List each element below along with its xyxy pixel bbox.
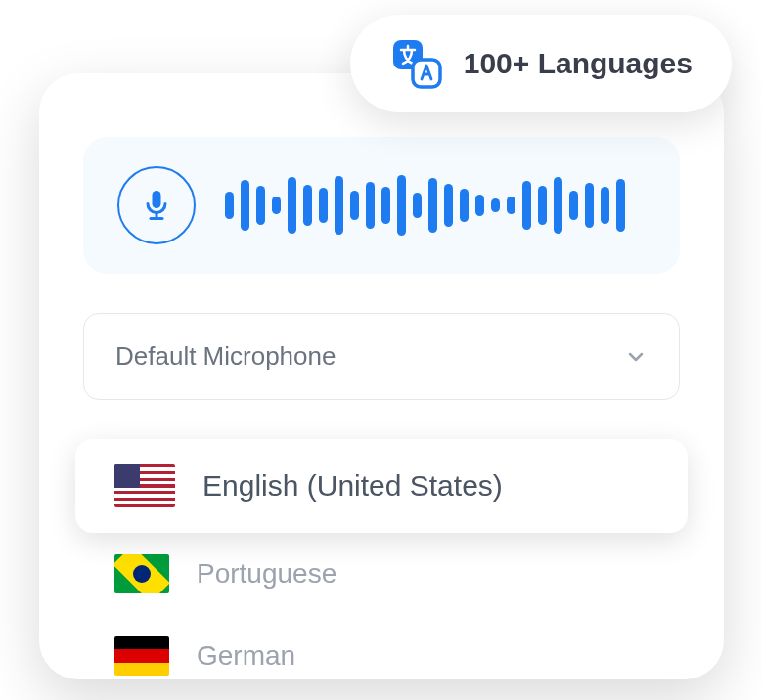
waveform-bar (366, 182, 375, 229)
audio-panel (83, 137, 680, 274)
waveform-bar (601, 187, 609, 224)
waveform-bar (288, 177, 296, 234)
flag-us-icon (114, 464, 175, 507)
language-item-portuguese[interactable]: Portuguese (83, 533, 680, 615)
waveform-bar (319, 188, 328, 223)
language-list: English (United States) Portuguese Germa… (83, 439, 680, 697)
waveform-bar (522, 181, 531, 230)
language-item-german[interactable]: German (83, 615, 680, 697)
waveform-bar (554, 177, 562, 234)
language-label: German (197, 640, 295, 672)
waveform-bar (460, 189, 469, 222)
language-label: Portuguese (197, 558, 336, 590)
languages-count-label: 100+ Languages (464, 47, 693, 80)
microphone-dropdown[interactable]: Default Microphone (83, 313, 680, 400)
language-item-english-us[interactable]: English (United States) (75, 439, 688, 533)
waveform-bar (381, 187, 390, 224)
waveform-bar (225, 192, 234, 219)
waveform-bar (585, 183, 594, 228)
waveform-bar (335, 176, 343, 235)
svg-rect-2 (153, 191, 161, 208)
translate-icon (389, 36, 444, 91)
waveform-bar (256, 186, 265, 225)
waveform-bar (241, 180, 249, 231)
flag-brazil-icon (114, 554, 169, 593)
audio-waveform (225, 175, 646, 236)
waveform-bar (569, 191, 578, 220)
waveform-bar (538, 186, 547, 225)
language-label: English (United States) (202, 469, 503, 503)
flag-germany-icon (114, 636, 169, 676)
waveform-bar (303, 185, 312, 226)
waveform-bar (444, 184, 453, 227)
microphone-icon (139, 188, 174, 223)
waveform-bar (272, 197, 281, 214)
waveform-bar (475, 195, 484, 216)
waveform-bar (507, 197, 515, 214)
waveform-bar (413, 193, 422, 218)
waveform-bar (350, 191, 359, 220)
microphone-button[interactable] (117, 166, 196, 244)
languages-badge: 100+ Languages (350, 15, 732, 112)
chevron-down-icon (624, 345, 648, 369)
waveform-bar (397, 175, 406, 236)
microphone-dropdown-label: Default Microphone (115, 341, 336, 372)
waveform-bar (616, 179, 625, 232)
waveform-bar (491, 198, 500, 212)
main-card: Default Microphone English (United State… (39, 73, 724, 679)
waveform-bar (428, 178, 437, 233)
